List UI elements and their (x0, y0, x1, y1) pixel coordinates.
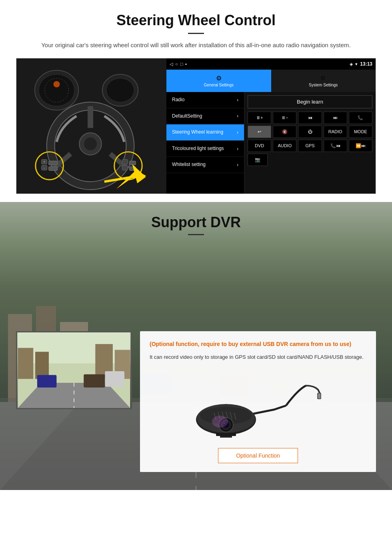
menu-arrow-tricoloured: › (237, 146, 238, 152)
menu-radio[interactable]: Radio › (166, 92, 244, 108)
tab-general-label: General Settings (204, 83, 234, 87)
settings-menu: Radio › DefaultSetting › Steering Wheel … (166, 92, 244, 194)
steering-wheel-image: + - (16, 58, 166, 194)
svg-rect-53 (318, 394, 320, 398)
menu-whitelist-label: Whitelist setting (172, 162, 206, 168)
vol-plus-btn[interactable]: ⏸+ (248, 112, 271, 124)
tab-system-label: System Settings (309, 83, 338, 87)
svg-rect-51 (105, 371, 124, 387)
power-btn[interactable]: ⏻ (298, 126, 322, 138)
svg-rect-20 (49, 166, 58, 170)
next-track-btn[interactable]: ⏭ (324, 112, 347, 124)
dvr-camera-thumbnail (16, 331, 132, 409)
dvr-content: Support DVR (0, 202, 392, 480)
steering-subtitle: Your original car's steering wheel contr… (36, 40, 356, 50)
svg-rect-23 (122, 165, 128, 170)
svg-rect-43 (18, 348, 33, 379)
main-title: Steering Wheel Control (16, 12, 376, 29)
dvr-title-divider (188, 234, 204, 235)
steering-ui-container: + - ◁ (16, 58, 376, 194)
svg-rect-19 (49, 161, 58, 165)
svg-rect-50 (84, 374, 105, 388)
dvr-lower-section: (Optional function, require to buy exter… (16, 331, 376, 472)
menu-default-label: DefaultSetting (172, 113, 202, 120)
svg-rect-44 (35, 352, 49, 379)
dvd-btn[interactable]: DVD (248, 140, 271, 152)
mute-btn[interactable]: 🔇 (273, 126, 296, 138)
begin-learn-button[interactable]: Begin learn (248, 95, 372, 108)
svg-rect-49 (37, 375, 56, 388)
audio-btn[interactable]: AUDIO (273, 140, 296, 152)
svg-rect-22 (122, 160, 128, 164)
android-content: Radio › DefaultSetting › Steering Wheel … (166, 92, 376, 194)
wifi-icon: ▾ (355, 62, 358, 67)
svg-point-2 (39, 74, 74, 106)
svg-rect-24 (129, 161, 136, 165)
android-tabs: ⚙ General Settings ⛭ System Settings (166, 70, 376, 92)
svg-point-4 (54, 81, 60, 88)
camera-btn[interactable]: 📷 (248, 154, 268, 166)
menu-tricoloured[interactable]: Tricoloured light settings › (166, 141, 244, 157)
location-icon: ◈ (350, 62, 353, 67)
menu-steering-label: Steering Wheel learning (172, 129, 223, 136)
system-settings-icon: ⛭ (320, 75, 326, 82)
svg-text:+: + (44, 160, 45, 163)
control-row-4: 📷 (248, 154, 372, 166)
dvr-info-card: (Optional function, require to buy exter… (140, 331, 376, 472)
call-prev-btn[interactable]: 📞⏮ (324, 140, 347, 152)
menu-arrow-default: › (237, 113, 238, 119)
radio-btn[interactable]: RADIO (324, 126, 347, 138)
control-row-2: ↩ 🔇 ⏻ RADIO MODE (248, 126, 372, 138)
menu-whitelist[interactable]: Whitelist setting › (166, 157, 244, 173)
dvr-camera-illustration (150, 370, 366, 442)
nav-home-icon: ○ (175, 62, 178, 66)
title-divider (188, 33, 204, 34)
menu-arrow-radio: › (237, 97, 238, 103)
svg-rect-69 (220, 436, 232, 438)
menu-radio-label: Radio (172, 97, 184, 103)
android-interface: ◁ ○ □ ▪ ◈ ▾ 13:13 ⚙ General Settings ⛭ S… (166, 58, 376, 194)
optional-function-button[interactable]: Optional Function (218, 448, 298, 463)
nav-extra-icon: ▪ (185, 62, 187, 66)
status-bar: ◁ ○ □ ▪ ◈ ▾ 13:13 (166, 58, 376, 70)
nav-back-icon: ◁ (170, 62, 173, 67)
menu-arrow-whitelist: › (237, 162, 238, 168)
mode-btn[interactable]: MODE (349, 126, 372, 138)
vol-minus-btn[interactable]: ⏸− (273, 112, 296, 124)
svg-point-67 (212, 416, 228, 428)
prev-track-btn[interactable]: ⏮ (298, 112, 322, 124)
menu-arrow-steering: › (237, 130, 238, 135)
gps-btn[interactable]: GPS (298, 140, 322, 152)
hang-up-btn[interactable]: ↩ (248, 126, 271, 138)
status-time: 13:13 (360, 61, 372, 67)
dvr-title-area: Support DVR (16, 214, 376, 235)
menu-tricoloured-label: Tricoloured light settings (172, 146, 224, 152)
call-btn[interactable]: 📞 (349, 112, 372, 124)
tab-general-settings[interactable]: ⚙ General Settings (166, 70, 271, 92)
svg-rect-68 (216, 433, 236, 436)
control-row-3: DVD AUDIO GPS 📞⏮ ⏪⏭ (248, 140, 372, 152)
control-row-1: ⏸+ ⏸− ⏮ ⏭ 📞 (248, 112, 372, 124)
menu-default-setting[interactable]: DefaultSetting › (166, 108, 244, 125)
dvr-description: It can record video only to storage in G… (150, 353, 366, 362)
steering-controls-panel: Begin learn ⏸+ ⏸− ⏮ ⏭ 📞 ↩ 🔇 ⏻ (244, 92, 376, 194)
general-settings-icon: ⚙ (216, 74, 222, 82)
learn-area: Begin learn (248, 95, 372, 108)
prev-next-btn[interactable]: ⏪⏭ (349, 140, 372, 152)
dvr-title: Support DVR (16, 214, 376, 231)
dvr-optional-notice: (Optional function, require to buy exter… (150, 340, 366, 348)
dvr-section: Support DVR (0, 202, 392, 490)
svg-point-6 (106, 78, 134, 102)
nav-recent-icon: □ (180, 62, 183, 66)
steering-section: Steering Wheel Control Your original car… (0, 0, 392, 202)
svg-text:-: - (44, 166, 45, 169)
svg-rect-42 (18, 332, 130, 364)
svg-point-13 (84, 138, 97, 150)
menu-steering-wheel[interactable]: Steering Wheel learning › (166, 124, 244, 141)
tab-system-settings[interactable]: ⛭ System Settings (271, 70, 376, 92)
